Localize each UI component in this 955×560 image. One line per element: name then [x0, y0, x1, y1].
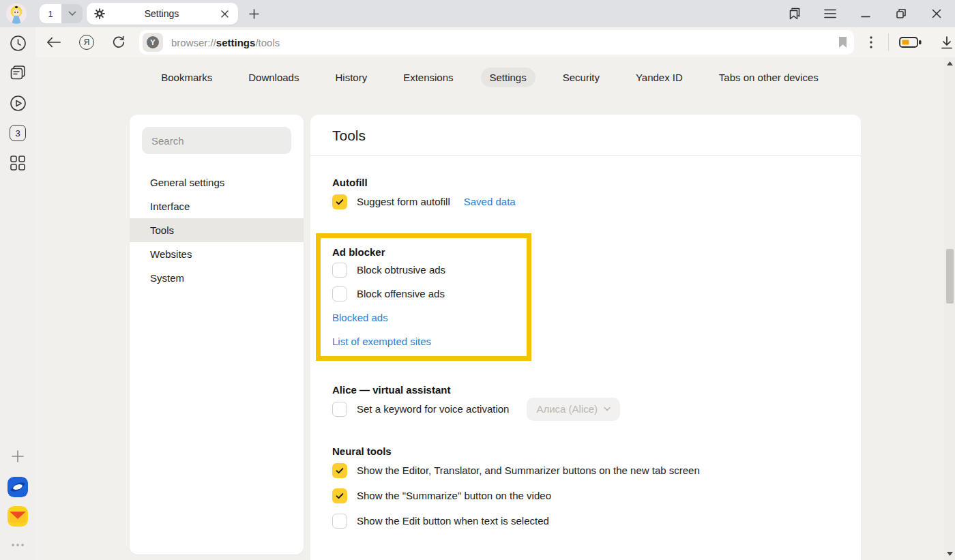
active-tab[interactable]: Settings	[87, 3, 238, 25]
bookmarks-panel-icon	[788, 8, 802, 20]
scroll-down-button[interactable]	[944, 549, 955, 559]
keyword-dropdown[interactable]: Алиса (Alice)	[527, 398, 620, 421]
nav-downloads[interactable]: Downloads	[239, 68, 308, 87]
neural-summarize-video-row: Show the "Summarize" button on the video	[332, 484, 839, 507]
yandex-logo-icon: Я	[79, 35, 94, 50]
nav-bookmarks[interactable]: Bookmarks	[152, 68, 221, 87]
address-bar[interactable]: Y browser://settings/tools	[139, 30, 854, 55]
downloads-button[interactable]	[937, 32, 955, 53]
nav-yandex-id[interactable]: Yandex ID	[627, 68, 692, 87]
pages-icon	[10, 65, 27, 81]
battery-saver-button[interactable]	[897, 32, 924, 53]
address-bar-menu-button[interactable]	[861, 32, 881, 53]
tab-list-chevron[interactable]	[61, 4, 83, 23]
triangle-up-icon	[947, 61, 953, 65]
checkmark-icon	[335, 491, 344, 501]
plus-icon	[249, 9, 259, 19]
alice-avatar-icon	[6, 3, 27, 24]
url-scheme: browser://	[171, 37, 216, 48]
site-badge[interactable]: Y	[143, 33, 163, 52]
search-input[interactable]	[142, 127, 291, 154]
ad-blocker-highlight-box: Ad blocker Block obtrusive ads Block off…	[316, 233, 531, 361]
neural-edit-button-row: Show the Edit button when text is select…	[332, 509, 839, 533]
battery-icon	[899, 36, 922, 48]
neural-summarize-video-checkbox[interactable]	[332, 488, 347, 503]
title-divider	[310, 155, 861, 156]
left-sidebar-bottom	[8, 447, 28, 560]
exempted-sites-link[interactable]: List of exempted sites	[332, 336, 431, 347]
tab-count-badge: 3	[10, 125, 26, 141]
browser-menu-button[interactable]	[823, 6, 838, 21]
block-obtrusive-ads-checkbox[interactable]	[332, 263, 347, 278]
url-text[interactable]: browser://settings/tools	[171, 37, 280, 48]
side-panel-bookmarks-button[interactable]	[787, 6, 802, 21]
sidebar-item-general-settings[interactable]: General settings	[130, 171, 304, 194]
restore-button[interactable]	[894, 6, 909, 21]
block-offensive-ads-row: Block offensive ads	[332, 282, 527, 306]
nav-security[interactable]: Security	[554, 68, 608, 87]
more-panels-button[interactable]	[8, 535, 27, 555]
alice-section-title: Alice — virtual assistant	[332, 384, 839, 396]
neural-summarize-video-label: Show the "Summarize" button on the video	[357, 490, 551, 501]
nav-history[interactable]: History	[326, 68, 376, 87]
sidebar-item-system[interactable]: System	[130, 266, 304, 290]
tab-counter-group[interactable]: 1	[40, 4, 83, 23]
restore-icon	[896, 8, 907, 19]
tools-settings-panel: Tools Autofill Suggest form autofill Sav…	[310, 115, 861, 560]
new-tab-button[interactable]	[244, 4, 263, 23]
scroll-up-button[interactable]	[944, 59, 955, 68]
suggest-form-autofill-checkbox[interactable]	[332, 194, 347, 209]
add-panel-button[interactable]	[8, 447, 27, 466]
sidebar-item-interface[interactable]: Interface	[130, 194, 304, 218]
sidebar-item-websites[interactable]: Websites	[130, 242, 304, 266]
settings-top-nav: Bookmarks Downloads History Extensions S…	[35, 57, 944, 97]
block-offensive-ads-checkbox[interactable]	[332, 286, 347, 301]
yandex-home-button[interactable]: Я	[76, 32, 97, 53]
url-path: /tools	[255, 37, 280, 48]
tab-counter[interactable]: 1	[40, 4, 61, 23]
yandex-disk-app-button[interactable]	[8, 477, 28, 497]
keyword-dropdown-value: Алиса (Alice)	[536, 403, 598, 415]
scrollbar-thumb[interactable]	[946, 249, 954, 304]
close-icon	[932, 9, 941, 18]
history-button[interactable]	[8, 33, 27, 53]
nav-tabs-other-devices[interactable]: Tabs on other devices	[710, 68, 827, 87]
exempted-sites-row: List of exempted sites	[332, 329, 527, 353]
yandex-mail-app-button[interactable]	[8, 506, 28, 527]
neural-editor-row: Show the Editor, Translator, and Summari…	[332, 458, 839, 482]
ad-blocker-section-title: Ad blocker	[332, 246, 527, 258]
close-tab-icon[interactable]	[218, 7, 231, 20]
neural-editor-checkbox[interactable]	[332, 463, 347, 478]
toolbar: Я Y browser://settings/tools	[35, 27, 955, 57]
blocked-ads-link[interactable]: Blocked ads	[332, 312, 388, 323]
profile-avatar[interactable]	[6, 3, 27, 24]
nav-settings[interactable]: Settings	[481, 68, 535, 87]
bookmark-page-button[interactable]	[838, 37, 847, 48]
neural-edit-button-checkbox[interactable]	[332, 514, 347, 529]
block-obtrusive-ads-label: Block obtrusive ads	[357, 264, 445, 276]
browser-protocol-icon: Y	[147, 36, 159, 48]
grid-icon	[10, 155, 26, 171]
kebab-menu-icon	[870, 36, 872, 48]
bookmark-flag-icon	[838, 37, 847, 48]
back-button[interactable]	[44, 32, 64, 53]
chevron-down-icon	[604, 407, 611, 411]
minimize-button[interactable]	[858, 6, 873, 21]
feed-button[interactable]	[8, 63, 27, 83]
close-window-button[interactable]	[929, 6, 944, 21]
chevron-down-icon	[68, 11, 76, 16]
tabs-count-button[interactable]: 3	[8, 123, 27, 143]
page-scrollbar[interactable]	[944, 57, 955, 560]
voice-activation-checkbox[interactable]	[332, 402, 347, 417]
minimize-icon	[861, 9, 870, 18]
plus-icon	[11, 450, 25, 463]
browser-window: 1 Settings	[0, 0, 955, 560]
saved-data-link[interactable]: Saved data	[464, 196, 516, 207]
clock-icon	[10, 35, 27, 52]
reload-button[interactable]	[108, 32, 129, 53]
sidebar-item-tools[interactable]: Tools	[130, 218, 304, 242]
neural-tools-section-title: Neural tools	[332, 445, 839, 457]
tableau-button[interactable]	[8, 153, 27, 173]
nav-extensions[interactable]: Extensions	[394, 68, 462, 87]
media-button[interactable]	[8, 93, 27, 113]
